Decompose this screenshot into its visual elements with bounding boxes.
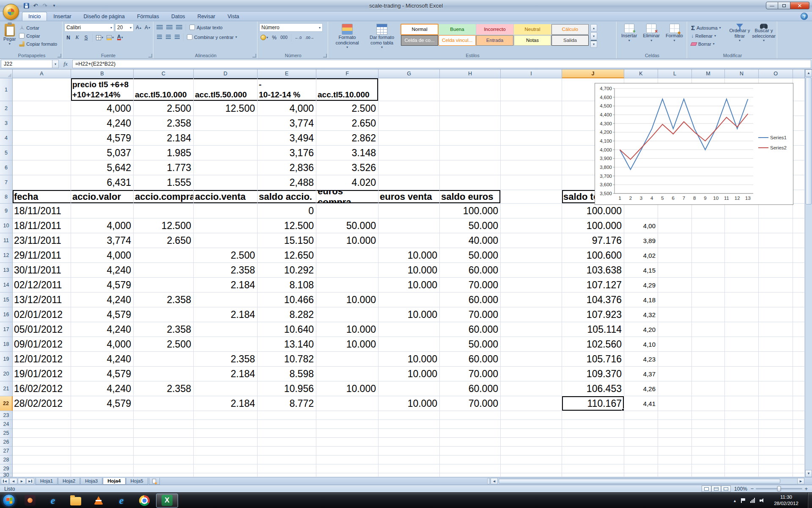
cell-O19[interactable] [759, 352, 793, 367]
cell-H9[interactable]: 100.000 [440, 204, 501, 218]
column-header-L[interactable]: L [658, 69, 692, 78]
cell-E4[interactable]: 3,494 [258, 131, 316, 146]
cell-B6[interactable]: 5,642 [71, 160, 134, 175]
cell-C27[interactable] [134, 447, 194, 456]
cell-I7[interactable] [501, 175, 562, 190]
row-header-23[interactable]: 23 [0, 411, 13, 420]
cell-J21[interactable]: 106.453 [562, 381, 624, 396]
cell-I2[interactable] [501, 101, 562, 116]
row-header-9[interactable]: 9 [0, 204, 13, 218]
borders-button[interactable]: ▾ [95, 33, 104, 41]
cell-J16[interactable]: 107.923 [562, 307, 624, 322]
cell-L16[interactable] [658, 307, 692, 322]
cell-H7[interactable] [440, 175, 501, 190]
format-painter-button[interactable]: Copiar formato [18, 40, 58, 47]
cell-D8[interactable]: accio.venta [194, 190, 258, 204]
cell-N14[interactable] [725, 278, 759, 293]
cell-A13[interactable]: 30/11/2011 [13, 263, 71, 278]
cell-H29[interactable] [440, 464, 501, 473]
cell-C4[interactable]: 2.184 [134, 131, 194, 146]
first-sheet-button[interactable]: ◀ [1, 478, 9, 484]
format-as-table-button[interactable]: Dar formato como tabla▾ [365, 22, 399, 50]
copy-button[interactable]: Copiar [18, 32, 58, 39]
page-break-view-button[interactable] [721, 486, 731, 492]
cell-D3[interactable] [194, 116, 258, 131]
cell-H6[interactable] [440, 160, 501, 175]
gallery-down-button[interactable]: ▾ [590, 32, 597, 40]
cell-F30[interactable] [316, 473, 379, 477]
cell-I5[interactable] [501, 146, 562, 160]
cell-F26[interactable] [316, 438, 379, 447]
cell-M17[interactable] [692, 322, 725, 337]
cell-L25[interactable] [658, 429, 692, 438]
font-size-select[interactable]: 20▾ [115, 23, 134, 32]
cell-B12[interactable]: 4,000 [71, 248, 134, 263]
font-name-select[interactable]: Calibri▾ [64, 23, 114, 32]
cell-D14[interactable]: 2.184 [194, 278, 258, 293]
cell-M30[interactable] [692, 473, 725, 477]
sheet-tab-hoja4[interactable]: Hoja4 [103, 478, 125, 485]
cell-A20[interactable]: 19/01/2012 [13, 367, 71, 381]
cell-D7[interactable] [194, 175, 258, 190]
row-header-21[interactable]: 21 [0, 381, 13, 396]
cell-N17[interactable] [725, 322, 759, 337]
taskbar-app-media-player[interactable] [19, 494, 41, 508]
cell-J20[interactable]: 109.370 [562, 367, 624, 381]
cell-C30[interactable] [134, 473, 194, 477]
cell-A24[interactable] [13, 420, 71, 429]
align-middle-button[interactable] [165, 23, 174, 31]
cell-K16[interactable]: 4,32 [624, 307, 658, 322]
cell-N26[interactable] [725, 438, 759, 447]
cell-I11[interactable] [501, 233, 562, 248]
cell-F1[interactable]: acc.tl5.10.000 [316, 78, 379, 101]
cell-I8[interactable] [501, 190, 562, 204]
column-header-M[interactable]: M [692, 69, 725, 78]
cell-A17[interactable]: 05/01/2012 [13, 322, 71, 337]
cell-I4[interactable] [501, 131, 562, 146]
cell-H1[interactable] [440, 78, 501, 101]
cell-A11[interactable]: 23/11/2011 [13, 233, 71, 248]
paste-button[interactable]: Pegar ▾ [2, 22, 17, 46]
row-header-1[interactable]: 1 [0, 78, 13, 101]
row-header-14[interactable]: 14 [0, 278, 13, 293]
action-center-icon[interactable] [741, 498, 746, 503]
cell-E1[interactable]: precio tl5 -6-8-- 10-12-14 % [258, 78, 316, 101]
cell-F23[interactable] [316, 411, 379, 420]
cell-F18[interactable]: 10.000 [316, 337, 379, 352]
column-header-K[interactable]: K [624, 69, 658, 78]
alignment-dialog-launcher[interactable] [252, 54, 256, 58]
cell-M22[interactable] [692, 396, 725, 411]
cell-J17[interactable]: 105.114 [562, 322, 624, 337]
cell-G10[interactable] [379, 218, 440, 233]
cell-A23[interactable] [13, 411, 71, 420]
cell-C2[interactable]: 2.500 [134, 101, 194, 116]
cell-G19[interactable]: 10.000 [379, 352, 440, 367]
cell-M25[interactable] [692, 429, 725, 438]
cell-B19[interactable]: 4,240 [71, 352, 134, 367]
cell-H3[interactable] [440, 116, 501, 131]
cell-F20[interactable] [316, 367, 379, 381]
cell-C14[interactable] [134, 278, 194, 293]
cell-E11[interactable]: 15.150 [258, 233, 316, 248]
row-header-16[interactable]: 16 [0, 307, 13, 322]
number-dialog-launcher[interactable] [323, 54, 327, 58]
cell-G1[interactable] [379, 78, 440, 101]
cell-E19[interactable]: 10.782 [258, 352, 316, 367]
cell-H24[interactable] [440, 420, 501, 429]
vertical-scroll-thumb[interactable] [806, 77, 812, 204]
cell-K29[interactable] [624, 464, 658, 473]
close-button[interactable]: ✕ [790, 2, 809, 9]
maximize-button[interactable] [778, 2, 790, 9]
cell-F8[interactable]: euros compra [316, 190, 379, 204]
cell-G2[interactable] [379, 101, 440, 116]
conditional-formatting-button[interactable]: Formato condicional▾ [330, 22, 365, 50]
cell-G23[interactable] [379, 411, 440, 420]
underline-button[interactable]: S [82, 33, 90, 41]
cell-H10[interactable]: 50.000 [440, 218, 501, 233]
cell-A3[interactable] [13, 116, 71, 131]
cell-K11[interactable]: 3,89 [624, 233, 658, 248]
vertical-scroll-track[interactable] [805, 77, 812, 470]
previous-sheet-button[interactable]: ◀ [9, 478, 17, 484]
cell-K12[interactable]: 4,02 [624, 248, 658, 263]
cell-L12[interactable] [658, 248, 692, 263]
